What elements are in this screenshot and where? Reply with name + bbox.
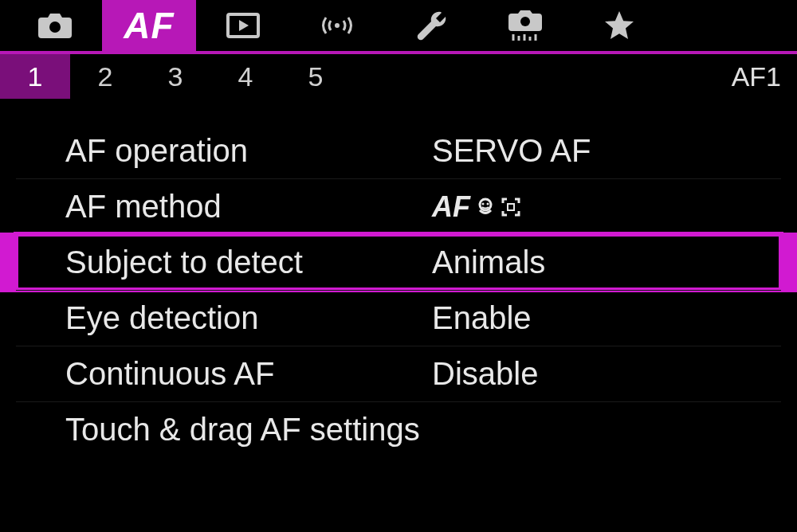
svg-point-0: [49, 22, 61, 33]
setting-touch-drag-af[interactable]: Touch & drag AF settings: [16, 401, 781, 457]
tab-playback[interactable]: [196, 0, 290, 51]
setting-value: Animals: [432, 244, 741, 280]
setting-label: AF method: [65, 189, 432, 225]
tab-setup[interactable]: [384, 0, 478, 51]
setting-af-method[interactable]: AF method AF: [16, 178, 781, 234]
tab-wireless[interactable]: [290, 0, 384, 51]
tab-custom[interactable]: [478, 0, 572, 51]
wrench-icon: [414, 9, 448, 42]
sub-tab-2[interactable]: 2: [70, 54, 140, 99]
sub-tab-4[interactable]: 4: [210, 54, 281, 99]
settings-list: AF operation SERVO AF AF method AF: [0, 99, 797, 457]
setting-label: Touch & drag AF settings: [65, 412, 432, 448]
tab-shooting[interactable]: [8, 0, 102, 51]
svg-point-11: [487, 202, 489, 205]
setting-eye-detection[interactable]: Eye detection Enable: [16, 290, 781, 346]
sub-tab-1[interactable]: 1: [0, 54, 70, 99]
tracking-frame-icon: [501, 197, 521, 217]
tab-af[interactable]: AF: [102, 0, 196, 51]
setting-label: Eye detection: [65, 300, 432, 336]
svg-point-2: [335, 23, 340, 28]
af-tab-label: AF: [124, 4, 174, 47]
svg-point-10: [482, 202, 485, 205]
setting-label: Continuous AF: [65, 356, 432, 392]
sub-tab-bar: 1 2 3 4 5 AF1: [0, 54, 797, 99]
setting-value: Enable: [432, 300, 741, 336]
main-tab-bar: AF: [0, 0, 797, 54]
svg-rect-12: [508, 204, 514, 210]
setting-value: AF: [432, 190, 741, 224]
setting-continuous-af[interactable]: Continuous AF Disable: [16, 346, 781, 401]
star-icon: [603, 9, 636, 42]
setting-value: Disable: [432, 356, 741, 392]
sub-tab-5[interactable]: 5: [281, 54, 351, 99]
page-indicator: AF1: [732, 54, 781, 99]
svg-point-3: [520, 17, 530, 26]
tab-mymenu[interactable]: [572, 0, 666, 51]
setting-af-operation[interactable]: AF operation SERVO AF: [16, 123, 781, 178]
setting-label: Subject to detect: [65, 244, 432, 280]
custom-camera-icon: [507, 9, 544, 42]
setting-label: AF operation: [65, 133, 432, 169]
setting-subject-to-detect[interactable]: Subject to detect Animals: [16, 234, 781, 290]
face-icon: [475, 197, 496, 217]
af-method-text: AF: [432, 190, 470, 224]
playback-icon: [225, 11, 261, 40]
setting-value: SERVO AF: [432, 133, 741, 169]
wireless-icon: [317, 11, 357, 40]
camera-icon: [37, 11, 73, 40]
sub-tab-3[interactable]: 3: [140, 54, 210, 99]
